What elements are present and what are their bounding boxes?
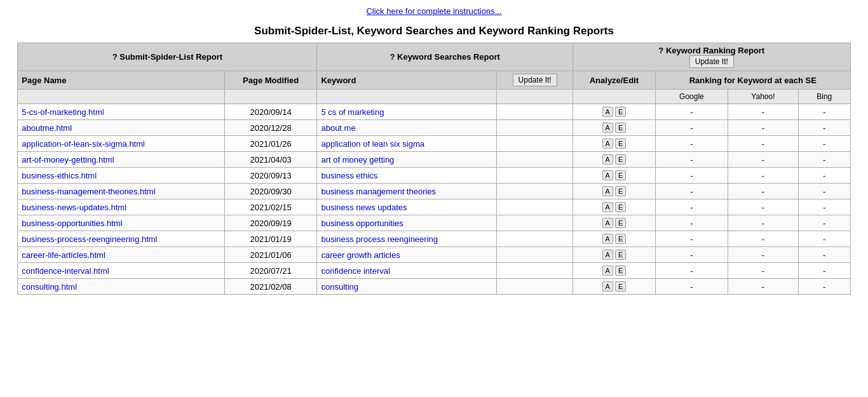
keyword-link[interactable]: about me xyxy=(321,123,355,133)
bing-ranking: - xyxy=(798,152,850,168)
edit-button[interactable]: E xyxy=(615,170,626,180)
page-name-link[interactable]: business-ethics.html xyxy=(22,171,97,180)
edit-button[interactable]: E xyxy=(615,138,626,149)
page-name-link[interactable]: aboutme.html xyxy=(22,123,72,133)
edit-button[interactable]: E xyxy=(615,107,626,117)
spider-submit-cell xyxy=(497,263,573,279)
edit-button[interactable]: E xyxy=(615,281,626,292)
analyze-button[interactable]: A xyxy=(602,170,613,180)
edit-button[interactable]: E xyxy=(615,123,626,133)
page-name-link[interactable]: application-of-lean-six-sigma.html xyxy=(22,139,145,149)
spider-submit-cell xyxy=(497,168,573,184)
keyword-link[interactable]: confidence interval xyxy=(321,266,390,276)
spider-submit-cell xyxy=(497,247,573,263)
edit-button[interactable]: E xyxy=(615,186,626,196)
google-ranking: - xyxy=(655,199,728,215)
edit-button[interactable]: E xyxy=(615,154,626,165)
page-name-link[interactable]: business-process-reengineering.html xyxy=(22,234,157,244)
keyword-ranking-section-header: ? Keyword Ranking Report Update It! xyxy=(573,43,850,71)
spider-submit-cell xyxy=(497,184,573,199)
analyze-button[interactable]: A xyxy=(602,123,613,133)
page-name-link[interactable]: 5-cs-of-marketing.html xyxy=(22,107,104,117)
page-date: 2021/02/15 xyxy=(224,199,317,215)
analyze-edit-cell: AE xyxy=(573,136,655,152)
page-name-link[interactable]: business-news-updates.html xyxy=(22,203,126,212)
analyze-button[interactable]: A xyxy=(602,202,613,212)
google-ranking: - xyxy=(655,247,728,263)
page-name-link[interactable]: consulting.html xyxy=(22,282,77,292)
analyze-button[interactable]: A xyxy=(602,250,613,260)
google-ranking: - xyxy=(655,104,728,120)
analyze-button[interactable]: A xyxy=(602,138,613,149)
bing-ranking: - xyxy=(798,279,850,295)
page-name-header: Page Name xyxy=(18,71,225,90)
yahoo-ranking: - xyxy=(728,184,799,199)
keyword-link[interactable]: business management theories xyxy=(321,187,436,196)
instructions-link[interactable]: Click here for complete instructions... xyxy=(366,6,501,16)
keyword-link[interactable]: art of money getting xyxy=(321,155,394,165)
analyze-edit-cell: AE xyxy=(573,279,655,295)
analyze-button[interactable]: A xyxy=(602,186,613,196)
yahoo-ranking: - xyxy=(728,136,799,152)
spider-submit-cell xyxy=(497,231,573,247)
page-name-link[interactable]: confidence-interval.html xyxy=(22,266,109,276)
yahoo-ranking: - xyxy=(728,263,799,279)
page-date: 2021/01/19 xyxy=(224,231,317,247)
update-it-col-button[interactable]: Update It! xyxy=(513,74,557,86)
spider-submit-cell xyxy=(497,104,573,120)
analyze-button[interactable]: A xyxy=(602,218,613,228)
table-row: business-opportunities.html2020/09/19bus… xyxy=(18,215,850,231)
keyword-link[interactable]: business ethics xyxy=(321,171,377,180)
google-ranking: - xyxy=(655,215,728,231)
keyword-link[interactable]: career growth articles xyxy=(321,250,400,260)
analyze-button[interactable]: A xyxy=(602,154,613,165)
keyword-link[interactable]: application of lean six sigma xyxy=(321,139,424,149)
table-row: art-of-money-getting.html2021/04/03art o… xyxy=(18,152,850,168)
analyze-edit-cell: AE xyxy=(573,104,655,120)
empty-1 xyxy=(18,90,225,104)
keyword-link[interactable]: business opportunities xyxy=(321,219,403,228)
table-row: 5-cs-of-marketing.html2020/09/145 cs of … xyxy=(18,104,850,120)
page-date: 2020/09/14 xyxy=(224,104,317,120)
bing-header: Bing xyxy=(798,90,850,104)
page-date: 2020/09/30 xyxy=(224,184,317,199)
analyze-edit-cell: AE xyxy=(573,168,655,184)
table-row: business-news-updates.html2021/02/15busi… xyxy=(18,199,850,215)
keyword-link[interactable]: business process reengineering xyxy=(321,234,438,244)
keyword-link[interactable]: 5 cs of marketing xyxy=(321,107,384,117)
page-name-link[interactable]: career-life-articles.html xyxy=(22,250,105,260)
edit-button[interactable]: E xyxy=(615,218,626,228)
table-row: aboutme.html2020/12/28about meAE--- xyxy=(18,120,850,136)
table-row: business-management-theories.html2020/09… xyxy=(18,184,850,199)
edit-button[interactable]: E xyxy=(615,250,626,260)
yahoo-ranking: - xyxy=(728,247,799,263)
update-it-header-button[interactable]: Update It! xyxy=(689,55,734,68)
bing-ranking: - xyxy=(798,263,850,279)
keyword-link[interactable]: business news updates xyxy=(321,203,407,212)
analyze-button[interactable]: A xyxy=(602,234,613,244)
empty-5 xyxy=(573,90,655,104)
page-date: 2021/01/26 xyxy=(224,136,317,152)
yahoo-ranking: - xyxy=(728,231,799,247)
keyword-link[interactable]: consulting xyxy=(321,282,358,292)
bing-ranking: - xyxy=(798,247,850,263)
spider-submit-cell xyxy=(497,136,573,152)
update-it-col-header[interactable]: Update It! xyxy=(497,71,573,90)
page-name-link[interactable]: art-of-money-getting.html xyxy=(22,155,114,165)
analyze-button[interactable]: A xyxy=(602,266,613,276)
google-ranking: - xyxy=(655,231,728,247)
edit-button[interactable]: E xyxy=(615,234,626,244)
analyze-edit-cell: AE xyxy=(573,263,655,279)
page-name-link[interactable]: business-management-theories.html xyxy=(22,187,155,196)
analyze-button[interactable]: A xyxy=(602,281,613,292)
keyword-header: Keyword xyxy=(317,71,497,90)
edit-button[interactable]: E xyxy=(615,266,626,276)
analyze-button[interactable]: A xyxy=(602,107,613,117)
page-name-link[interactable]: business-opportunities.html xyxy=(22,219,122,228)
page-date: 2020/09/13 xyxy=(224,168,317,184)
yahoo-ranking: - xyxy=(728,120,799,136)
empty-3 xyxy=(317,90,497,104)
page-date: 2021/01/06 xyxy=(224,247,317,263)
bing-ranking: - xyxy=(798,184,850,199)
edit-button[interactable]: E xyxy=(615,202,626,212)
